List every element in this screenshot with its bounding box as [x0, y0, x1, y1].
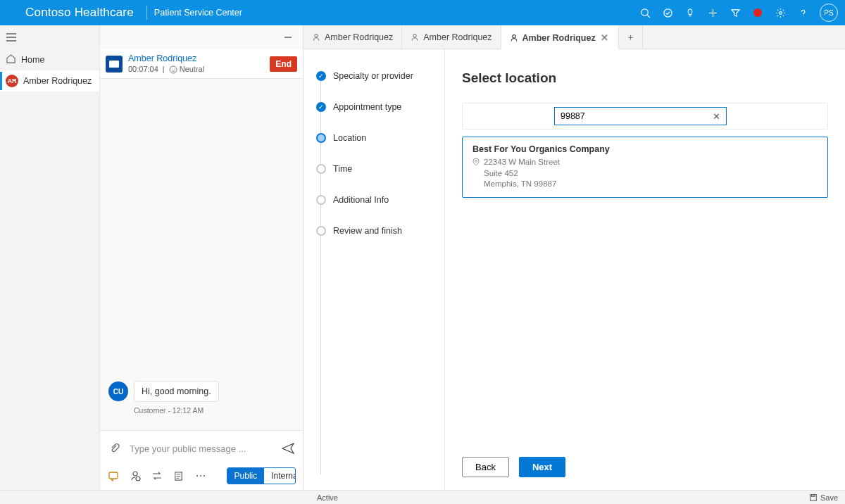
svg-rect-16: [109, 472, 118, 479]
filter-icon[interactable]: [724, 0, 746, 25]
chat-timer: 00:07:04: [128, 65, 158, 75]
step-time[interactable]: Time: [316, 153, 437, 184]
user-avatar[interactable]: PS: [820, 4, 838, 22]
svg-point-28: [512, 34, 515, 38]
clear-search-icon[interactable]: ✕: [711, 111, 722, 122]
svg-point-18: [136, 477, 140, 481]
svg-point-23: [196, 475, 198, 477]
send-icon[interactable]: [280, 441, 296, 456]
new-tab-button[interactable]: ＋: [619, 25, 643, 49]
attach-icon[interactable]: [107, 441, 123, 456]
svg-point-25: [204, 475, 205, 477]
svg-point-26: [315, 34, 318, 37]
chat-minimize[interactable]: [280, 30, 296, 45]
step-additional-info[interactable]: Additional Info: [316, 184, 437, 215]
lightbulb-icon[interactable]: [679, 0, 701, 25]
nav-patient-label: Amber Rodriquez: [23, 76, 92, 86]
more-icon[interactable]: [194, 469, 206, 483]
gear-icon[interactable]: [769, 0, 791, 25]
record-status: Active: [317, 493, 338, 502]
svg-point-0: [641, 8, 647, 15]
close-tab-icon[interactable]: ✕: [600, 32, 610, 43]
svg-point-24: [200, 475, 201, 477]
chat-patient-name: Amber Rodriquez: [128, 53, 264, 65]
result-addr1: 22343 W Main Street: [484, 158, 560, 166]
nav-home[interactable]: Home: [0, 49, 99, 70]
brand-name: Contoso Healthcare: [7, 6, 139, 20]
toggle-internal[interactable]: Internal: [264, 468, 296, 484]
home-icon: [6, 53, 16, 66]
nav-patient-item[interactable]: AR Amber Rodriquez: [0, 70, 99, 92]
location-search-container: ✕: [462, 103, 828, 130]
step-review[interactable]: Review and finish: [316, 215, 437, 246]
toggle-public[interactable]: Public: [227, 468, 265, 484]
svg-point-27: [413, 34, 417, 37]
appointment-stepper: Specialty or provider Appointment type L…: [303, 49, 444, 258]
chat-message: Hi, good morning.: [134, 381, 219, 402]
location-step-pane: Select location ✕ Best For You Organics …: [444, 49, 845, 490]
chat-input-area: Public Internal: [100, 430, 303, 490]
back-button[interactable]: Back: [462, 457, 509, 477]
notes-icon[interactable]: [173, 469, 184, 483]
record-indicator[interactable]: [746, 0, 769, 25]
task-check-icon[interactable]: [656, 0, 679, 25]
consult-icon[interactable]: [129, 469, 141, 483]
hamburger-menu[interactable]: [0, 25, 99, 49]
step-specialty[interactable]: Specialty or provider: [316, 61, 437, 92]
svg-point-13: [171, 68, 172, 69]
app-header: Contoso Healthcare Patient Service Cente…: [0, 0, 845, 25]
chat-header: Amber Rodriquez 00:07:04 | Neutral End: [100, 49, 303, 79]
next-button[interactable]: Next: [519, 457, 565, 477]
save-button[interactable]: Save: [809, 493, 838, 502]
app-subtitle: Patient Service Center: [154, 8, 242, 18]
visibility-toggle[interactable]: Public Internal: [227, 467, 296, 484]
location-result-card[interactable]: Best For You Organics Company 22343 W Ma…: [462, 137, 828, 198]
page-title: Select location: [462, 70, 828, 86]
header-divider: [146, 6, 147, 20]
result-addr2: Suite 452: [484, 169, 518, 177]
sentiment-indicator: Neutral: [169, 65, 204, 75]
svg-point-17: [133, 472, 137, 476]
tab-patient-2[interactable]: Amber Rodriquez: [402, 25, 501, 49]
step-appointment-type[interactable]: Appointment type: [316, 92, 437, 122]
end-chat-button[interactable]: End: [270, 56, 297, 72]
location-search-input[interactable]: [559, 111, 711, 122]
chat-transcript: CU Hi, good morning. Customer - 12:12 AM: [100, 79, 303, 430]
tab-patient-3[interactable]: Amber Rodriquez ✕: [501, 25, 619, 49]
nav-rail: Home AR Amber Rodriquez: [0, 25, 100, 490]
tab-patient-1[interactable]: Amber Rodriquez: [303, 25, 402, 49]
plus-icon[interactable]: [701, 0, 724, 25]
chat-panel: Amber Rodriquez 00:07:04 | Neutral End C…: [100, 25, 303, 490]
svg-point-12: [170, 66, 177, 73]
chat-input[interactable]: [128, 443, 275, 455]
svg-point-29: [475, 160, 477, 163]
svg-line-1: [647, 15, 650, 18]
location-search-box[interactable]: ✕: [554, 107, 727, 125]
svg-point-7: [802, 15, 803, 16]
chat-message-meta: Customer - 12:12 AM: [134, 406, 294, 415]
workspace: Amber Rodriquez Amber Rodriquez Amber Ro…: [303, 25, 845, 490]
chat-channel-icon: [106, 56, 123, 73]
svg-point-2: [663, 8, 671, 16]
help-icon[interactable]: [791, 0, 814, 25]
customer-avatar: CU: [108, 382, 128, 401]
transfer-icon[interactable]: [151, 469, 163, 483]
step-location[interactable]: Location: [316, 122, 437, 153]
svg-point-6: [779, 11, 782, 14]
result-title: Best For You Organics Company: [472, 144, 818, 154]
quick-reply-icon[interactable]: [107, 469, 119, 483]
search-icon[interactable]: [634, 0, 656, 25]
nav-home-label: Home: [21, 55, 44, 65]
map-pin-icon: [472, 158, 480, 190]
result-addr3: Memphis, TN 99887: [484, 179, 556, 188]
svg-rect-31: [811, 494, 814, 496]
svg-point-14: [174, 68, 175, 69]
status-bar: Active Save: [0, 490, 845, 504]
tab-bar: Amber Rodriquez Amber Rodriquez Amber Ro…: [303, 25, 845, 49]
patient-avatar: AR: [6, 75, 18, 87]
